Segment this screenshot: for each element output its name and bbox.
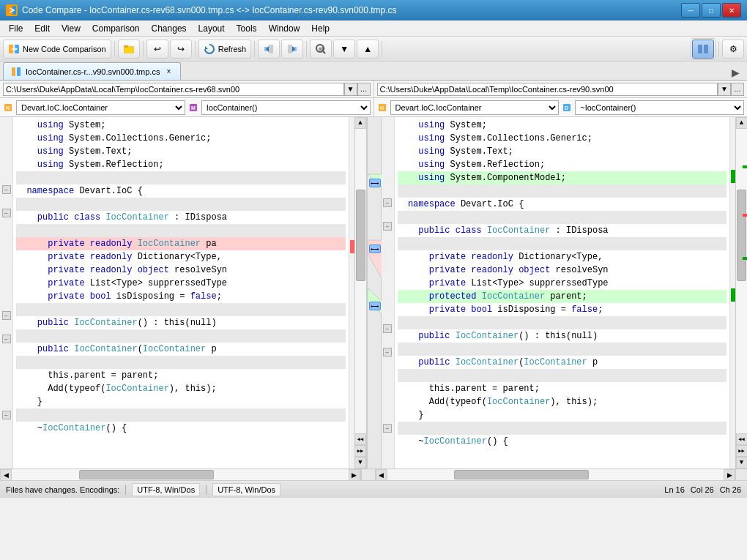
separator-5 bbox=[306, 41, 307, 57]
right-vscroll[interactable]: ▲ ◀◀ ▶▶ ▼ bbox=[735, 117, 747, 468]
left-diff-markers bbox=[349, 117, 354, 468]
tab-close-button[interactable]: × bbox=[164, 67, 173, 76]
right-fold-btn-5[interactable]: − bbox=[383, 424, 392, 433]
left-code-lines[interactable]: using System; using System.Collections.G… bbox=[13, 117, 349, 468]
right-line-3: using System.Text; bbox=[398, 145, 727, 158]
left-vscroll-up[interactable]: ▲ bbox=[354, 117, 366, 129]
view-toggle-group[interactable] bbox=[691, 38, 716, 60]
undo-button[interactable]: ↩ bbox=[146, 40, 168, 59]
fold-btn-4[interactable]: − bbox=[2, 335, 11, 343]
code-container: − − − − − bbox=[0, 117, 747, 468]
new-comparison-button[interactable]: New Code Comparison bbox=[3, 40, 111, 59]
left-scroll-thumb[interactable] bbox=[79, 470, 214, 479]
main-tab[interactable]: IocContainer.cs-r...v90.svn000.tmp.cs × bbox=[3, 62, 181, 80]
tab-scroll-right[interactable]: ▶ bbox=[727, 65, 744, 80]
next-diff-button[interactable]: ▲ bbox=[357, 40, 379, 59]
right-vscroll-up[interactable]: ▲ bbox=[736, 117, 748, 129]
right-scroll-track[interactable] bbox=[387, 469, 724, 480]
menu-bar: File Edit View Comparison Changes Layout… bbox=[0, 20, 747, 37]
fold-btn-5[interactable]: − bbox=[2, 411, 11, 419]
svg-rect-13 bbox=[288, 45, 292, 53]
right-code-area: − − − − − bbox=[382, 117, 748, 468]
minimize-button[interactable]: ─ bbox=[681, 3, 700, 18]
prev-diff-button[interactable]: ▼ bbox=[333, 40, 355, 59]
menu-file[interactable]: File bbox=[3, 22, 29, 35]
copy-right-button[interactable] bbox=[281, 40, 303, 59]
merge-btn-3[interactable]: ⟷ bbox=[369, 302, 381, 310]
left-scroll-panel: ◀ ▶ bbox=[0, 469, 361, 480]
right-line-20 bbox=[398, 369, 727, 382]
right-vscroll-track[interactable] bbox=[736, 129, 747, 433]
window-controls[interactable]: ─ □ ✕ bbox=[681, 3, 741, 18]
redo-icon: ↪ bbox=[175, 43, 187, 55]
close-button[interactable]: ✕ bbox=[722, 3, 741, 18]
find-button[interactable]: ab bbox=[310, 40, 332, 59]
right-fold-btn-2[interactable]: − bbox=[383, 222, 392, 231]
maximize-button[interactable]: □ bbox=[702, 3, 721, 18]
left-method-dropdown[interactable]: IocContainer() bbox=[201, 100, 371, 115]
right-namespace-dropdown[interactable]: Devart.IoC.IocContainer bbox=[390, 100, 560, 115]
menu-view[interactable]: View bbox=[56, 22, 86, 35]
right-encoding[interactable]: UTF-8, Win/Dos bbox=[212, 483, 280, 496]
right-line-5: using System.ComponentModel; bbox=[398, 171, 727, 184]
copy-left-button[interactable] bbox=[258, 40, 280, 59]
left-vscroll[interactable]: ▲ ◀◀ ▶▶ ▼ bbox=[354, 117, 366, 468]
svg-text:N: N bbox=[380, 105, 384, 111]
left-vscroll-track[interactable] bbox=[355, 129, 366, 433]
settings-button[interactable]: ⚙ bbox=[722, 40, 744, 59]
right-scroll-right[interactable]: ▶ bbox=[724, 469, 735, 481]
right-path-btn[interactable]: ▼ bbox=[718, 83, 731, 96]
left-path-btn[interactable]: ▼ bbox=[344, 83, 357, 96]
right-fold-btn-1[interactable]: − bbox=[383, 198, 392, 207]
menu-changes[interactable]: Changes bbox=[146, 22, 193, 35]
right-line-15: private bool isDisposing = false; bbox=[398, 303, 727, 316]
side-by-side-button[interactable] bbox=[692, 40, 714, 59]
left-scroll-right[interactable]: ▶ bbox=[349, 469, 360, 481]
refresh-button[interactable]: Refresh bbox=[198, 40, 252, 59]
right-vscroll-prev-diff[interactable]: ◀◀ bbox=[736, 433, 748, 445]
right-fold-btn-4[interactable]: − bbox=[383, 348, 392, 356]
left-vscroll-next-diff[interactable]: ▶▶ bbox=[354, 445, 366, 457]
left-vscroll-prev-diff[interactable]: ◀◀ bbox=[354, 433, 366, 445]
status-col: Col 26 bbox=[691, 485, 714, 494]
menu-tools[interactable]: Tools bbox=[231, 22, 263, 35]
left-vscroll-thumb[interactable] bbox=[356, 190, 365, 281]
right-scroll-left[interactable]: ◀ bbox=[376, 469, 387, 481]
fold-btn-1[interactable]: − bbox=[2, 185, 11, 194]
left-vscroll-down[interactable]: ▼ bbox=[354, 457, 366, 468]
right-vscroll-next-diff[interactable]: ▶▶ bbox=[736, 445, 748, 457]
left-dropdown-panel: N Devart.IoC.IocContainer M IocContainer… bbox=[0, 98, 374, 116]
right-code-lines[interactable]: using System; using System.Collections.G… bbox=[395, 117, 730, 468]
right-code-panel: − − − − − bbox=[382, 117, 748, 468]
diff-connectors bbox=[368, 117, 382, 468]
scroll-corner bbox=[735, 469, 747, 480]
fold-btn-3[interactable]: − bbox=[2, 311, 11, 320]
menu-layout[interactable]: Layout bbox=[193, 22, 231, 35]
left-path-input[interactable] bbox=[3, 83, 344, 96]
left-browse-btn[interactable]: … bbox=[357, 83, 371, 96]
right-browse-btn[interactable]: … bbox=[731, 83, 744, 96]
right-scroll-thumb[interactable] bbox=[454, 470, 589, 479]
next-diff-icon: ▲ bbox=[362, 43, 374, 55]
right-path-input[interactable] bbox=[377, 83, 718, 96]
merge-btn-1[interactable]: ⟷ bbox=[369, 179, 381, 187]
left-scroll-left[interactable]: ◀ bbox=[0, 469, 12, 481]
menu-comparison[interactable]: Comparison bbox=[86, 22, 146, 35]
left-namespace-dropdown[interactable]: Devart.IoC.IocContainer bbox=[16, 100, 185, 115]
left-encoding[interactable]: UTF-8, Win/Dos bbox=[132, 483, 200, 496]
left-scroll-track[interactable] bbox=[12, 469, 349, 480]
fold-btn-2[interactable]: − bbox=[2, 209, 11, 217]
redo-button[interactable]: ↪ bbox=[170, 40, 192, 59]
tab-label: IocContainer.cs-r...v90.svn000.tmp.cs bbox=[26, 67, 160, 76]
right-vscroll-thumb[interactable] bbox=[737, 190, 746, 281]
menu-window[interactable]: Window bbox=[263, 22, 306, 35]
open-button[interactable] bbox=[118, 40, 140, 59]
svg-rect-0 bbox=[7, 6, 11, 15]
right-method-dropdown[interactable]: ~IocContainer() bbox=[575, 100, 744, 115]
menu-edit[interactable]: Edit bbox=[29, 22, 56, 35]
right-fold-btn-3[interactable]: − bbox=[383, 324, 392, 333]
menu-help[interactable]: Help bbox=[305, 22, 335, 35]
window-title: Code Compare - IocContainer.cs-rev68.svn… bbox=[22, 5, 397, 15]
right-vscroll-down[interactable]: ▼ bbox=[736, 457, 748, 468]
merge-btn-2[interactable]: ⟷ bbox=[369, 244, 381, 253]
